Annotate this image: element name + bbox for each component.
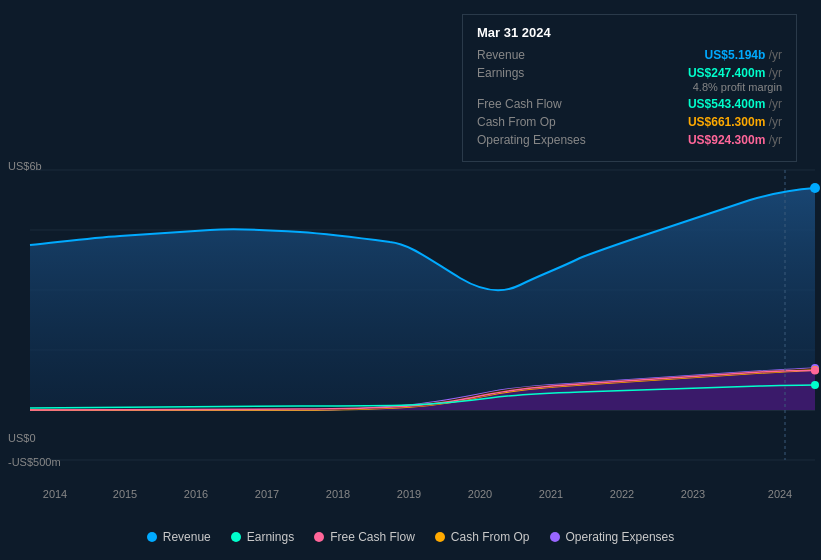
tooltip-value-revenue: US$5.194b /yr <box>705 48 782 62</box>
tooltip-box: Mar 31 2024 Revenue US$5.194b /yr Earnin… <box>462 14 797 162</box>
legend-dot-fcf <box>314 532 324 542</box>
tooltip-label-cashfromop: Cash From Op <box>477 115 597 129</box>
x-label-2024: 2024 <box>768 488 792 500</box>
tooltip-row-revenue: Revenue US$5.194b /yr <box>477 48 782 62</box>
legend-item-fcf[interactable]: Free Cash Flow <box>314 530 415 544</box>
tooltip-value-earnings: US$247.400m /yr <box>688 66 782 80</box>
legend-label-opex: Operating Expenses <box>566 530 675 544</box>
x-label-2022: 2022 <box>610 488 634 500</box>
x-label-2018: 2018 <box>326 488 350 500</box>
x-label-2016: 2016 <box>184 488 208 500</box>
svg-point-10 <box>811 367 819 375</box>
tooltip-date: Mar 31 2024 <box>477 25 782 40</box>
legend-item-earnings[interactable]: Earnings <box>231 530 294 544</box>
tooltip-label-earnings: Earnings <box>477 66 597 80</box>
svg-point-7 <box>810 183 820 193</box>
tooltip-value-fcf: US$543.400m /yr <box>688 97 782 111</box>
tooltip-row-opex: Operating Expenses US$924.300m /yr <box>477 133 782 147</box>
x-label-2020: 2020 <box>468 488 492 500</box>
legend-item-cashfromop[interactable]: Cash From Op <box>435 530 530 544</box>
tooltip-profit-margin: 4.8% profit margin <box>477 81 782 93</box>
legend-label-fcf: Free Cash Flow <box>330 530 415 544</box>
legend-item-opex[interactable]: Operating Expenses <box>550 530 675 544</box>
y-label-0: US$0 <box>8 432 36 444</box>
tooltip-row-fcf: Free Cash Flow US$543.400m /yr <box>477 97 782 111</box>
legend-label-revenue: Revenue <box>163 530 211 544</box>
legend-label-cashfromop: Cash From Op <box>451 530 530 544</box>
legend-dot-cashfromop <box>435 532 445 542</box>
y-label-6b: US$6b <box>8 160 42 172</box>
x-label-2019: 2019 <box>397 488 421 500</box>
y-label-neg500m: -US$500m <box>8 456 61 468</box>
legend-item-revenue[interactable]: Revenue <box>147 530 211 544</box>
tooltip-row-earnings: Earnings US$247.400m /yr <box>477 66 782 80</box>
x-label-2015: 2015 <box>113 488 137 500</box>
tooltip-label-fcf: Free Cash Flow <box>477 97 597 111</box>
tooltip-value-opex: US$924.300m /yr <box>688 133 782 147</box>
tooltip-label-opex: Operating Expenses <box>477 133 597 147</box>
legend-dot-opex <box>550 532 560 542</box>
tooltip-value-cashfromop: US$661.300m /yr <box>688 115 782 129</box>
chart-legend: Revenue Earnings Free Cash Flow Cash Fro… <box>0 530 821 544</box>
tooltip-label-revenue: Revenue <box>477 48 597 62</box>
legend-dot-revenue <box>147 532 157 542</box>
x-label-2023: 2023 <box>681 488 705 500</box>
x-label-2021: 2021 <box>539 488 563 500</box>
legend-dot-earnings <box>231 532 241 542</box>
svg-point-11 <box>811 381 819 389</box>
chart-container: US$6b US$0 -US$500m 2014 2015 2016 2017 … <box>0 0 821 560</box>
tooltip-row-cashfromop: Cash From Op US$661.300m /yr <box>477 115 782 129</box>
x-label-2017: 2017 <box>255 488 279 500</box>
legend-label-earnings: Earnings <box>247 530 294 544</box>
x-label-2014: 2014 <box>43 488 67 500</box>
